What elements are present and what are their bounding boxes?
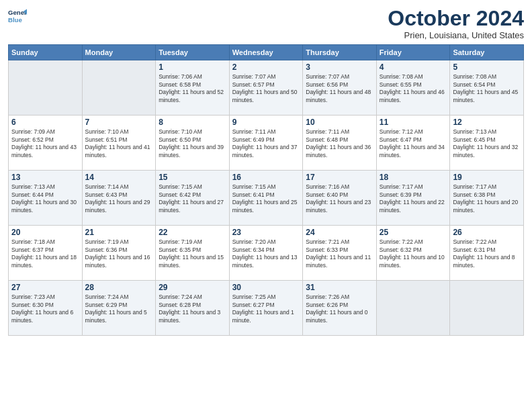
- calendar-cell: 22Sunrise: 7:19 AMSunset: 6:35 PMDayligh…: [156, 226, 230, 281]
- calendar-cell: 17Sunrise: 7:16 AMSunset: 6:40 PMDayligh…: [303, 171, 377, 226]
- calendar-cell: 14Sunrise: 7:14 AMSunset: 6:43 PMDayligh…: [82, 171, 156, 226]
- header: General Blue October 2024 Prien, Louisia…: [8, 7, 524, 40]
- day-number: 24: [306, 228, 373, 237]
- day-number: 26: [453, 228, 521, 237]
- day-info: Sunrise: 7:11 AMSunset: 6:49 PMDaylight:…: [232, 128, 300, 159]
- day-number: 14: [85, 173, 153, 182]
- day-number: 16: [232, 173, 300, 182]
- calendar-week-1: 1Sunrise: 7:06 AMSunset: 6:58 PMDaylight…: [9, 60, 524, 116]
- calendar-cell: 4Sunrise: 7:08 AMSunset: 6:55 PMDaylight…: [376, 60, 450, 116]
- day-number: 5: [453, 62, 521, 72]
- calendar-cell: 8Sunrise: 7:10 AMSunset: 6:50 PMDaylight…: [156, 116, 230, 171]
- day-number: 4: [380, 62, 447, 72]
- month-title: October 2024: [388, 7, 524, 30]
- day-number: 15: [159, 173, 226, 182]
- day-number: 23: [232, 228, 300, 237]
- calendar-week-2: 6Sunrise: 7:09 AMSunset: 6:52 PMDaylight…: [9, 116, 524, 171]
- day-number: 10: [306, 118, 373, 127]
- day-info: Sunrise: 7:07 AMSunset: 6:57 PMDaylight:…: [232, 73, 300, 104]
- day-info: Sunrise: 7:22 AMSunset: 6:32 PMDaylight:…: [380, 238, 447, 269]
- day-info: Sunrise: 7:25 AMSunset: 6:27 PMDaylight:…: [232, 293, 300, 324]
- day-number: 31: [306, 283, 373, 292]
- day-info: Sunrise: 7:21 AMSunset: 6:33 PMDaylight:…: [306, 238, 373, 269]
- day-number: 29: [159, 283, 226, 292]
- day-info: Sunrise: 7:07 AMSunset: 6:56 PMDaylight:…: [306, 73, 373, 104]
- day-info: Sunrise: 7:17 AMSunset: 6:38 PMDaylight:…: [453, 183, 521, 214]
- calendar-cell: 18Sunrise: 7:17 AMSunset: 6:39 PMDayligh…: [376, 171, 450, 226]
- day-info: Sunrise: 7:06 AMSunset: 6:58 PMDaylight:…: [159, 73, 226, 104]
- calendar-cell: 13Sunrise: 7:13 AMSunset: 6:44 PMDayligh…: [9, 171, 83, 226]
- calendar-cell: [376, 281, 450, 336]
- day-info: Sunrise: 7:24 AMSunset: 6:29 PMDaylight:…: [85, 293, 153, 324]
- day-info: Sunrise: 7:08 AMSunset: 6:55 PMDaylight:…: [380, 73, 447, 104]
- calendar-cell: 20Sunrise: 7:18 AMSunset: 6:37 PMDayligh…: [9, 226, 83, 281]
- calendar-week-5: 27Sunrise: 7:23 AMSunset: 6:30 PMDayligh…: [9, 281, 524, 336]
- day-header-thursday: Thursday: [303, 45, 377, 60]
- calendar-cell: 5Sunrise: 7:08 AMSunset: 6:54 PMDaylight…: [450, 60, 524, 116]
- day-info: Sunrise: 7:22 AMSunset: 6:31 PMDaylight:…: [453, 238, 521, 269]
- calendar-cell: 6Sunrise: 7:09 AMSunset: 6:52 PMDaylight…: [9, 116, 83, 171]
- calendar-week-4: 20Sunrise: 7:18 AMSunset: 6:37 PMDayligh…: [9, 226, 524, 281]
- day-info: Sunrise: 7:19 AMSunset: 6:36 PMDaylight:…: [85, 238, 153, 269]
- day-number: 13: [11, 173, 79, 182]
- day-number: 9: [232, 118, 300, 127]
- calendar-cell: 7Sunrise: 7:10 AMSunset: 6:51 PMDaylight…: [82, 116, 156, 171]
- day-number: 12: [453, 118, 521, 127]
- day-info: Sunrise: 7:13 AMSunset: 6:45 PMDaylight:…: [453, 128, 521, 159]
- day-header-monday: Monday: [82, 45, 156, 60]
- logo: General Blue: [8, 7, 27, 26]
- svg-text:General: General: [8, 9, 27, 16]
- day-number: 25: [380, 228, 447, 237]
- calendar-cell: 27Sunrise: 7:23 AMSunset: 6:30 PMDayligh…: [9, 281, 83, 336]
- day-info: Sunrise: 7:15 AMSunset: 6:42 PMDaylight:…: [159, 183, 226, 214]
- calendar-cell: 15Sunrise: 7:15 AMSunset: 6:42 PMDayligh…: [156, 171, 230, 226]
- day-header-tuesday: Tuesday: [156, 45, 230, 60]
- day-info: Sunrise: 7:19 AMSunset: 6:35 PMDaylight:…: [159, 238, 226, 269]
- day-header-wednesday: Wednesday: [229, 45, 303, 60]
- calendar-cell: 9Sunrise: 7:11 AMSunset: 6:49 PMDaylight…: [229, 116, 303, 171]
- calendar-cell: 23Sunrise: 7:20 AMSunset: 6:34 PMDayligh…: [229, 226, 303, 281]
- calendar-cell: [9, 60, 83, 116]
- calendar-cell: [450, 281, 524, 336]
- calendar-cell: 26Sunrise: 7:22 AMSunset: 6:31 PMDayligh…: [450, 226, 524, 281]
- day-number: 18: [380, 173, 447, 182]
- calendar-cell: 3Sunrise: 7:07 AMSunset: 6:56 PMDaylight…: [303, 60, 377, 116]
- day-info: Sunrise: 7:20 AMSunset: 6:34 PMDaylight:…: [232, 238, 300, 269]
- calendar-cell: 25Sunrise: 7:22 AMSunset: 6:32 PMDayligh…: [376, 226, 450, 281]
- calendar-cell: 19Sunrise: 7:17 AMSunset: 6:38 PMDayligh…: [450, 171, 524, 226]
- day-info: Sunrise: 7:13 AMSunset: 6:44 PMDaylight:…: [11, 183, 79, 214]
- day-number: 1: [159, 62, 226, 72]
- calendar-container: General Blue October 2024 Prien, Louisia…: [0, 0, 532, 411]
- calendar-cell: 31Sunrise: 7:26 AMSunset: 6:26 PMDayligh…: [303, 281, 377, 336]
- day-number: 21: [85, 228, 153, 237]
- calendar-table: SundayMondayTuesdayWednesdayThursdayFrid…: [8, 44, 524, 336]
- day-info: Sunrise: 7:14 AMSunset: 6:43 PMDaylight:…: [85, 183, 153, 214]
- calendar-cell: 12Sunrise: 7:13 AMSunset: 6:45 PMDayligh…: [450, 116, 524, 171]
- day-number: 28: [85, 283, 153, 292]
- logo-icon: General Blue: [8, 7, 27, 26]
- calendar-cell: 1Sunrise: 7:06 AMSunset: 6:58 PMDaylight…: [156, 60, 230, 116]
- day-header-sunday: Sunday: [9, 45, 83, 60]
- day-number: 17: [306, 173, 373, 182]
- day-number: 30: [232, 283, 300, 292]
- day-info: Sunrise: 7:24 AMSunset: 6:28 PMDaylight:…: [159, 293, 226, 324]
- svg-text:Blue: Blue: [8, 16, 22, 24]
- calendar-cell: 30Sunrise: 7:25 AMSunset: 6:27 PMDayligh…: [229, 281, 303, 336]
- title-block: October 2024 Prien, Louisiana, United St…: [388, 7, 524, 40]
- location: Prien, Louisiana, United States: [388, 30, 524, 40]
- calendar-cell: 16Sunrise: 7:15 AMSunset: 6:41 PMDayligh…: [229, 171, 303, 226]
- day-info: Sunrise: 7:26 AMSunset: 6:26 PMDaylight:…: [306, 293, 373, 324]
- day-info: Sunrise: 7:10 AMSunset: 6:51 PMDaylight:…: [85, 128, 153, 159]
- day-number: 27: [11, 283, 79, 292]
- calendar-cell: 28Sunrise: 7:24 AMSunset: 6:29 PMDayligh…: [82, 281, 156, 336]
- day-info: Sunrise: 7:17 AMSunset: 6:39 PMDaylight:…: [380, 183, 447, 214]
- calendar-cell: [82, 60, 156, 116]
- day-number: 22: [159, 228, 226, 237]
- day-info: Sunrise: 7:10 AMSunset: 6:50 PMDaylight:…: [159, 128, 226, 159]
- calendar-cell: 24Sunrise: 7:21 AMSunset: 6:33 PMDayligh…: [303, 226, 377, 281]
- day-header-saturday: Saturday: [450, 45, 524, 60]
- day-number: 20: [11, 228, 79, 237]
- calendar-week-3: 13Sunrise: 7:13 AMSunset: 6:44 PMDayligh…: [9, 171, 524, 226]
- calendar-header-row: SundayMondayTuesdayWednesdayThursdayFrid…: [9, 45, 524, 60]
- day-info: Sunrise: 7:18 AMSunset: 6:37 PMDaylight:…: [11, 238, 79, 269]
